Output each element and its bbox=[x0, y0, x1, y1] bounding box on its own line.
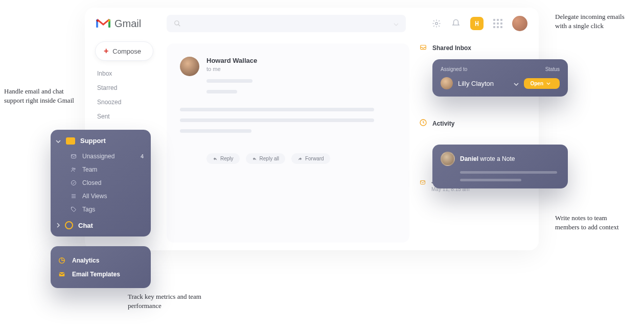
assignee-dropdown[interactable]: Lilly Clayton bbox=[458, 79, 519, 88]
nav-starred[interactable]: Starred bbox=[97, 84, 153, 91]
support-item-closed[interactable]: Closed bbox=[56, 176, 144, 189]
reply-button[interactable]: Reply bbox=[206, 153, 240, 164]
email-actions: Reply Reply all Forward bbox=[206, 153, 396, 164]
email-body-skeleton bbox=[180, 129, 251, 133]
email-pane: Howard Wallace to me Reply Reply all For… bbox=[167, 43, 409, 243]
svg-point-9 bbox=[72, 168, 74, 170]
pie-chart-icon bbox=[58, 256, 66, 265]
support-item-unassigned[interactable]: Unassigned 4 bbox=[56, 150, 144, 163]
check-circle-icon bbox=[70, 180, 77, 186]
template-icon bbox=[58, 271, 66, 278]
nav-list: Inbox Starred Snoozed Sent bbox=[95, 70, 153, 120]
status-dropdown[interactable]: Open bbox=[524, 78, 560, 89]
hiver-badge-icon[interactable] bbox=[470, 17, 484, 30]
search-dropdown-caret-icon[interactable] bbox=[394, 19, 399, 28]
search-input[interactable] bbox=[167, 15, 406, 32]
left-sidebar: + Compose Inbox Starred Snoozed Sent bbox=[95, 41, 153, 120]
svg-point-10 bbox=[74, 168, 76, 170]
chevron-down-icon bbox=[514, 79, 519, 88]
assignment-card: Assigned to Status Lilly Clayton Open bbox=[432, 59, 568, 97]
nav-snoozed[interactable]: Snoozed bbox=[97, 99, 153, 106]
support-item-team[interactable]: Team bbox=[56, 163, 144, 176]
envelope-icon bbox=[70, 153, 77, 159]
plus-icon: + bbox=[104, 47, 108, 55]
gmail-app-window: Gmail + Compose bbox=[85, 8, 539, 250]
apps-grid-icon[interactable] bbox=[493, 18, 503, 29]
assignee-avatar bbox=[441, 77, 453, 89]
annotation-left: Handle email and chat support right insi… bbox=[4, 87, 76, 105]
svg-point-4 bbox=[435, 22, 438, 25]
tray-icon bbox=[66, 137, 75, 145]
email-body-skeleton bbox=[180, 108, 374, 111]
forward-icon bbox=[297, 157, 303, 161]
note-card: Daniel wrote a Note bbox=[432, 145, 568, 188]
note-text: Daniel wrote a Note bbox=[460, 155, 515, 162]
status-label: Status bbox=[545, 66, 560, 72]
support-panel: Support Unassigned 4 Team Closed All Vie… bbox=[51, 130, 151, 236]
sender-name: Howard Wallace bbox=[206, 57, 257, 64]
note-body-skeleton bbox=[460, 171, 557, 174]
list-icon bbox=[70, 193, 77, 199]
chat-bubble-icon bbox=[65, 221, 73, 229]
annotation-top-right: Delegate incoming emails with a single c… bbox=[555, 12, 632, 30]
app-header: Gmail bbox=[85, 8, 539, 39]
search-icon bbox=[174, 20, 181, 27]
chevron-down-icon bbox=[546, 82, 550, 85]
annotation-right: Write notes to team members to add conte… bbox=[555, 214, 632, 231]
support-item-allviews[interactable]: All Views bbox=[56, 189, 144, 203]
brand-label: Gmail bbox=[114, 18, 141, 30]
email-header: Howard Wallace to me bbox=[180, 57, 396, 93]
note-body-skeleton bbox=[460, 179, 521, 181]
email-templates-item[interactable]: Email Templates bbox=[58, 268, 144, 281]
svg-point-11 bbox=[72, 181, 76, 185]
gmail-logo[interactable]: Gmail bbox=[96, 18, 141, 30]
reply-icon bbox=[213, 157, 218, 161]
tag-icon bbox=[70, 206, 77, 212]
support-header[interactable]: Support bbox=[56, 137, 144, 145]
header-actions bbox=[431, 16, 527, 31]
gmail-m-icon bbox=[96, 18, 110, 29]
email-body-skeleton bbox=[206, 90, 237, 93]
shared-inbox-title: Shared Inbox bbox=[419, 43, 528, 52]
compose-label: Compose bbox=[112, 48, 141, 55]
compose-button[interactable]: + Compose bbox=[95, 41, 153, 61]
activity-icon bbox=[419, 118, 427, 128]
note-author-avatar bbox=[441, 152, 455, 166]
email-body-skeleton bbox=[206, 79, 252, 83]
chevron-down-icon bbox=[56, 137, 61, 145]
nav-sent[interactable]: Sent bbox=[97, 113, 153, 120]
annotation-bottom: Track key metrics and team performance bbox=[128, 292, 210, 310]
svg-point-2 bbox=[175, 21, 179, 25]
sender-avatar[interactable] bbox=[180, 57, 199, 76]
activity-title: Activity bbox=[419, 118, 528, 128]
svg-line-3 bbox=[178, 25, 180, 27]
settings-icon[interactable] bbox=[431, 18, 442, 29]
tray-icon bbox=[419, 43, 427, 52]
recipient-line: to me bbox=[206, 66, 257, 72]
forward-button[interactable]: Forward bbox=[291, 153, 330, 164]
reply-all-button[interactable]: Reply all bbox=[246, 153, 285, 164]
nav-inbox[interactable]: Inbox bbox=[97, 70, 153, 77]
profile-avatar[interactable] bbox=[512, 16, 527, 31]
bell-icon[interactable] bbox=[451, 18, 461, 29]
assigned-to-label: Assigned to bbox=[441, 66, 467, 72]
chevron-right-icon bbox=[57, 222, 60, 229]
team-icon bbox=[70, 167, 77, 173]
email-body-skeleton bbox=[180, 118, 374, 122]
count-badge: 4 bbox=[141, 153, 144, 159]
support-item-tags[interactable]: Tags bbox=[56, 203, 144, 216]
envelope-icon bbox=[419, 179, 426, 192]
chat-header[interactable]: Chat bbox=[56, 221, 144, 229]
reply-all-icon bbox=[252, 157, 257, 161]
tools-panel: Analytics Email Templates bbox=[51, 246, 151, 288]
analytics-item[interactable]: Analytics bbox=[58, 253, 144, 268]
